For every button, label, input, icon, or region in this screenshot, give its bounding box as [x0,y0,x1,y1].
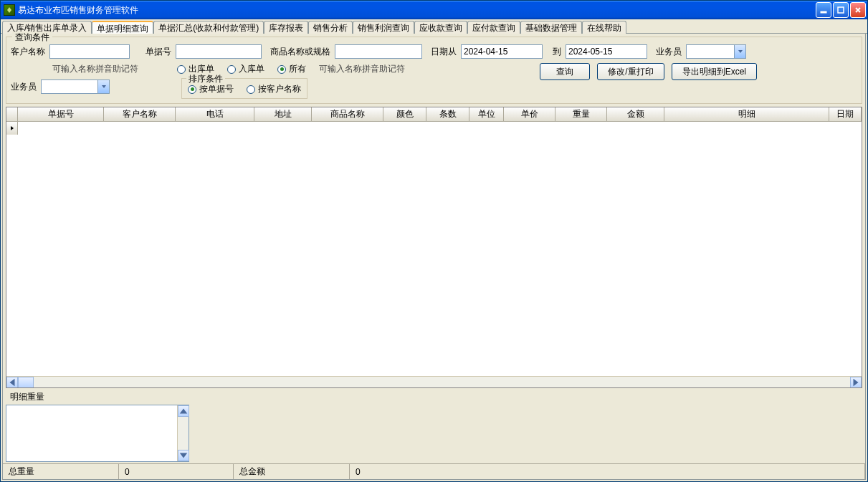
scroll-right-icon[interactable] [850,377,862,388]
sales2-combo[interactable] [41,79,110,94]
col-phone[interactable]: 电话 [176,107,254,121]
app-icon [4,4,15,16]
radio-inbound[interactable]: 入库单 [227,63,264,75]
docno-label: 单据号 [146,46,171,58]
total-weight-label: 总重量 [3,464,119,479]
row-indicator [6,122,18,135]
sales-label: 业务员 [656,46,682,58]
tab-inventory-report[interactable]: 库存报表 [264,21,308,34]
date-from-input[interactable] [461,44,543,59]
svg-rect-0 [821,11,826,13]
detail-weight-box [6,405,189,462]
minimize-button[interactable] [816,2,831,18]
col-color[interactable]: 颜色 [383,107,426,121]
customer-input[interactable] [49,44,130,59]
col-date[interactable]: 日期 [829,107,862,121]
col-count[interactable]: 条数 [426,107,469,121]
detail-area: 明细重量 [6,391,862,462]
tab-help[interactable]: 在线帮助 [582,21,626,34]
scroll-thumb[interactable] [18,377,34,388]
tab-summary[interactable]: 单据汇总(收款和付款管理) [153,21,264,34]
docno-input[interactable] [176,44,262,59]
col-docno[interactable]: 单据号 [18,107,104,121]
radio-all[interactable]: 所有 [277,63,306,75]
date-to-input[interactable] [566,44,647,59]
product-hint: 可输入名称拼音助记符 [319,63,405,75]
vertical-scrollbar[interactable] [177,405,189,461]
detail-textarea[interactable] [6,405,177,461]
query-title: 查询条件 [12,32,52,44]
query-fieldset: 查询条件 客户名称 单据号 商品名称或规格 日期从 到 业务员 [6,37,862,104]
sales-combo-input[interactable] [687,45,734,58]
titlebar: 易达布业布匹销售财务管理软件 [1,1,867,19]
product-input[interactable] [335,44,422,59]
horizontal-scrollbar[interactable] [6,376,862,387]
tab-payable[interactable]: 应付款查询 [467,21,520,34]
status-bar: 总重量 0 总金额 0 [3,463,865,479]
tab-sales-analysis[interactable]: 销售分析 [308,21,353,34]
query-button[interactable]: 查询 [540,63,590,80]
result-grid: 单据号 客户名称 电话 地址 商品名称 颜色 条数 单位 单价 重量 金额 明细… [6,107,862,388]
date-from-label: 日期从 [431,46,457,58]
col-price[interactable]: 单价 [504,107,555,121]
chevron-down-icon[interactable] [734,45,745,58]
col-unit[interactable]: 单位 [469,107,504,121]
col-product[interactable]: 商品名称 [312,107,383,121]
grid-header: 单据号 客户名称 电话 地址 商品名称 颜色 条数 单位 单价 重量 金额 明细… [6,107,862,122]
customer-hint: 可输入名称拼音助记符 [52,63,138,75]
tab-profit-query[interactable]: 销售利润查询 [353,21,414,34]
detail-title: 明细重量 [10,391,862,403]
col-detail[interactable]: 明细 [664,107,829,121]
col-indicator [6,107,18,121]
tab-basic-data[interactable]: 基础数据管理 [520,21,582,34]
total-weight-value: 0 [119,464,234,479]
col-customer[interactable]: 客户名称 [104,107,176,121]
scroll-left-icon[interactable] [6,377,18,388]
total-amount-value: 0 [350,464,865,479]
chevron-down-icon[interactable] [97,80,109,93]
export-excel-button[interactable]: 导出明细到Excel [672,63,757,80]
total-amount-label: 总金额 [234,464,350,479]
col-amount[interactable]: 金额 [607,107,664,121]
close-button[interactable] [850,2,866,18]
scroll-down-icon[interactable] [178,450,189,461]
radio-sort-customer[interactable]: 按客户名称 [247,83,301,95]
customer-label: 客户名称 [11,46,45,58]
sales-combo[interactable] [686,44,746,59]
col-address[interactable]: 地址 [254,107,312,121]
scroll-up-icon[interactable] [178,405,189,417]
window-title: 易达布业布匹销售财务管理软件 [18,4,816,16]
reprint-button[interactable]: 修改/重打印 [597,63,664,80]
maximize-button[interactable] [833,2,849,18]
sales2-label: 业务员 [11,81,37,93]
product-label: 商品名称或规格 [270,46,330,58]
tab-receivable[interactable]: 应收款查询 [414,21,467,34]
tab-detail-query[interactable]: 单据明细查询 [92,21,153,34]
col-weight[interactable]: 重量 [555,107,607,121]
main-tabs: 入库/销售出库单录入 单据明细查询 单据汇总(收款和付款管理) 库存报表 销售分… [1,19,867,34]
grid-body[interactable] [6,122,862,376]
sort-title: 排序条件 [186,73,225,85]
svg-rect-1 [838,7,844,13]
date-to-label: 到 [553,46,561,58]
sort-group: 排序条件 按单据号 按客户名称 [181,78,307,99]
sales2-combo-input[interactable] [42,80,97,93]
